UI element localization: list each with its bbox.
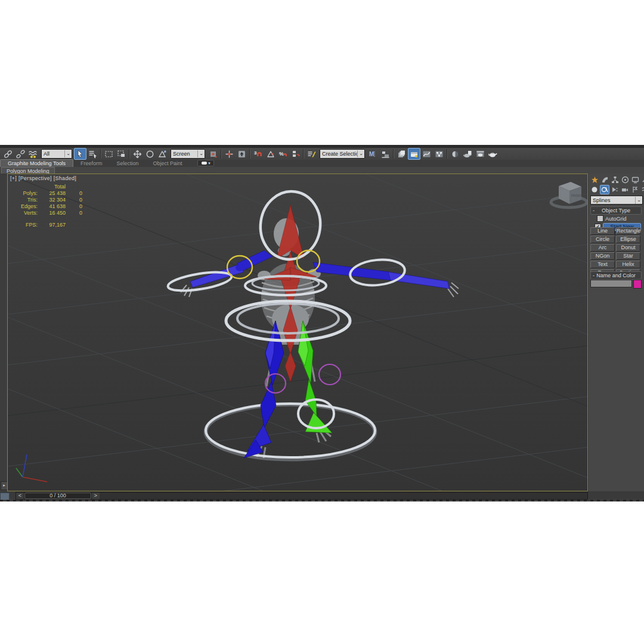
space-warps-category-icon[interactable] xyxy=(640,185,644,194)
svg-text:3: 3 xyxy=(254,150,257,156)
3dsmax-application-window: All⌄ Screen⌄ 3 xyxy=(0,145,644,501)
lights-category-icon[interactable] xyxy=(610,185,620,194)
content-area: ▸ [+] [Perspective] [Shaded] Total Polys… xyxy=(0,174,644,491)
ngon-button[interactable]: NGon xyxy=(590,252,615,260)
next-frame-button[interactable]: > xyxy=(91,493,100,499)
use-pivot-point-center-icon[interactable] xyxy=(207,148,219,160)
select-and-rotate-icon[interactable] xyxy=(144,148,156,160)
ribbon-tab-bar: Graphite Modeling Tools Freeform Selecti… xyxy=(0,160,644,167)
helix-button[interactable]: Helix xyxy=(616,261,640,268)
object-type-rollout-header[interactable]: -Object Type xyxy=(590,206,642,215)
select-and-scale-icon[interactable] xyxy=(156,148,169,160)
ribbon-tab-selection[interactable]: Selection xyxy=(109,160,145,167)
object-color-swatch[interactable] xyxy=(633,280,642,289)
previous-frame-button[interactable]: < xyxy=(16,493,24,499)
command-panel-tabs xyxy=(590,175,644,184)
viewcube[interactable]: FRONT xyxy=(551,182,587,208)
select-by-name-icon[interactable] xyxy=(86,148,99,160)
shape-category-dropdown[interactable]: Splines⌄ xyxy=(590,196,643,205)
cameras-category-icon[interactable] xyxy=(620,185,630,194)
manage-layers-icon[interactable] xyxy=(395,148,408,160)
text-button[interactable]: Text xyxy=(590,261,615,268)
time-slider-handle[interactable]: 0 / 100 xyxy=(24,493,91,499)
stats-row-edges: Edges:41 6380 xyxy=(16,203,82,210)
motion-tab-icon[interactable] xyxy=(620,175,630,184)
svg-text:%: % xyxy=(279,151,284,157)
bind-to-space-warp-icon[interactable] xyxy=(27,148,39,160)
rectangular-selection-region-icon[interactable] xyxy=(103,148,115,160)
star-button[interactable]: Star xyxy=(616,252,640,260)
shapes-category-icon[interactable] xyxy=(600,185,609,194)
circle-button[interactable]: Circle xyxy=(590,236,615,243)
hierarchy-tab-icon[interactable] xyxy=(610,175,620,184)
time-slider-track[interactable]: < 0 / 100 > xyxy=(16,492,588,500)
helpers-category-icon[interactable] xyxy=(630,185,640,194)
autogrid-label: AutoGrid xyxy=(605,216,627,222)
perspective-viewport[interactable]: [+] [Perspective] [Shaded] Total Polys:2… xyxy=(7,174,588,491)
select-object-icon[interactable] xyxy=(74,148,86,160)
window-crossing-toggle-icon[interactable] xyxy=(115,148,128,160)
geometry-category-icon[interactable] xyxy=(590,185,599,194)
arc-button[interactable]: Arc xyxy=(590,244,615,252)
render-setup-icon[interactable] xyxy=(462,148,474,160)
ribbon-config-button[interactable]: ▾ xyxy=(197,160,214,166)
ribbon-config-icon xyxy=(202,162,207,165)
percent-snap-toggle-icon[interactable]: % xyxy=(277,148,289,160)
object-name-input[interactable] xyxy=(590,280,632,287)
mirror-icon[interactable]: M xyxy=(367,148,379,160)
stats-row-tris: Tris:32 3040 xyxy=(16,197,82,203)
donut-button[interactable]: Donut xyxy=(616,244,640,252)
stats-row-fps: FPS:97,167 xyxy=(16,222,82,228)
ellipse-button[interactable]: Ellipse xyxy=(616,236,640,243)
dropdown-arrow-icon: ⌄ xyxy=(357,150,364,157)
main-toolbar: All⌄ Screen⌄ 3 xyxy=(0,148,644,160)
create-tab-icon[interactable] xyxy=(590,175,599,184)
line-button[interactable]: Line xyxy=(590,227,615,235)
spinner-snap-toggle-icon[interactable] xyxy=(289,148,302,160)
command-panel: Splines⌄ -Object Type AutoGrid ✓ Start N… xyxy=(588,174,644,491)
rectangle-button[interactable]: Rectangle xyxy=(616,227,640,235)
render-production-icon[interactable] xyxy=(487,148,499,160)
display-tab-icon[interactable] xyxy=(630,175,640,184)
modify-tab-icon[interactable] xyxy=(600,175,609,184)
viewport-statistics: Total Polys:25 4380 Tris:32 3040 Edges:4… xyxy=(16,184,82,228)
unlink-selection-icon[interactable] xyxy=(14,148,27,160)
angle-snap-toggle-icon[interactable] xyxy=(264,148,277,160)
select-and-manipulate-icon[interactable] xyxy=(223,148,236,160)
world-axis-tripod xyxy=(16,454,47,482)
left-edge-strip: ▸ xyxy=(0,174,7,491)
schematic-view-icon[interactable] xyxy=(433,148,445,160)
selection-filter-dropdown[interactable]: All⌄ xyxy=(41,149,72,159)
command-panel-subtabs xyxy=(590,185,644,194)
snaps-toggle-icon[interactable]: 3 xyxy=(252,148,264,160)
name-and-color-rollout-header[interactable]: -Name and Color xyxy=(590,271,642,280)
align-icon[interactable] xyxy=(379,148,392,160)
keyboard-shortcut-override-icon[interactable] xyxy=(236,148,248,160)
select-and-move-icon[interactable] xyxy=(131,148,144,160)
time-slider-bar: < 0 / 100 > xyxy=(0,491,644,500)
viewport-label[interactable]: [+] [Perspective] [Shaded] xyxy=(10,175,76,181)
material-editor-icon[interactable] xyxy=(449,148,462,160)
named-selection-sets-dropdown[interactable]: Create Selection Se⌄ xyxy=(320,149,365,159)
rendered-frame-window-icon[interactable] xyxy=(474,148,487,160)
reference-coordinate-dropdown[interactable]: Screen⌄ xyxy=(171,149,205,159)
ribbon-tab-freeform[interactable]: Freeform xyxy=(73,160,110,167)
utilities-tab-icon[interactable] xyxy=(640,175,644,184)
stats-row-verts: Verts:16 4500 xyxy=(16,210,82,216)
dropdown-arrow-icon: ⌄ xyxy=(197,150,205,157)
select-and-link-icon[interactable] xyxy=(2,148,14,160)
svg-text:FRONT: FRONT xyxy=(571,194,581,197)
track-bar[interactable] xyxy=(0,500,644,501)
rig-ground-ring[interactable] xyxy=(206,404,375,459)
toggle-ribbon-icon[interactable] xyxy=(408,148,420,160)
dropdown-arrow-icon: ⌄ xyxy=(64,150,72,157)
viewport-scene[interactable]: FRONT xyxy=(8,174,587,491)
ribbon-tab-object-paint[interactable]: Object Paint xyxy=(145,160,189,167)
curve-editor-icon[interactable] xyxy=(420,148,433,160)
autogrid-checkbox[interactable] xyxy=(597,215,603,222)
svg-text:M: M xyxy=(369,151,374,157)
object-type-buttons: Line Rectangle Circle Ellipse Arc Donut … xyxy=(590,227,642,277)
ribbon-tab-graphite-modeling-tools[interactable]: Graphite Modeling Tools xyxy=(0,159,73,167)
dropdown-arrow-icon: ⌄ xyxy=(635,197,642,204)
edit-named-selection-sets-icon[interactable] xyxy=(305,148,318,160)
